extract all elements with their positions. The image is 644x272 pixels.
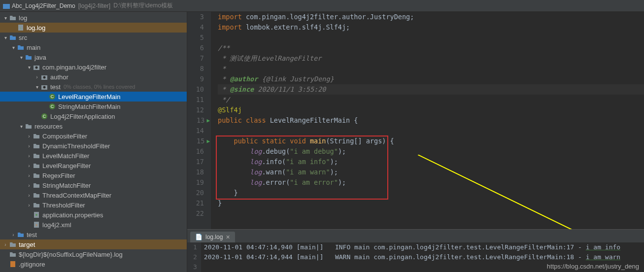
svg-text:C: C bbox=[51, 104, 54, 109]
code-line[interactable]: import lombok.extern.slf4j.Slf4j; bbox=[218, 22, 644, 33]
chevron-icon: › bbox=[26, 163, 33, 169]
code-line[interactable]: } bbox=[218, 188, 644, 198]
tree-main[interactable]: ▾main bbox=[0, 42, 187, 52]
folder-icon bbox=[33, 201, 40, 209]
tree-item-label: log.log bbox=[27, 24, 45, 32]
code-line[interactable]: log.error("i am error"); bbox=[218, 177, 644, 188]
tree-item-label: RegexFilter bbox=[42, 172, 75, 179]
tree-app-class[interactable]: CLog4j2FilterApplication bbox=[0, 111, 187, 121]
file-icon bbox=[9, 250, 17, 258]
run-gutter-icon[interactable]: ▶ bbox=[206, 115, 210, 126]
chevron-icon: › bbox=[26, 183, 33, 188]
tree-item-label: java bbox=[34, 54, 46, 61]
folder-icon bbox=[33, 181, 40, 189]
console-tab[interactable]: 📄 log.log × bbox=[190, 232, 235, 242]
code-line[interactable] bbox=[218, 126, 644, 136]
tree-item-label: target bbox=[19, 241, 35, 248]
folderB-icon bbox=[9, 34, 17, 41]
tree-java[interactable]: ▾java bbox=[0, 52, 187, 62]
code-line[interactable]: log.warn("i am warn"); bbox=[218, 167, 644, 177]
chevron-icon: ▾ bbox=[18, 55, 25, 60]
tree-interp-file[interactable]: ${logDir}${noSuffixLogFileName}.log bbox=[0, 249, 187, 259]
tree-resources[interactable]: ▾resources bbox=[0, 121, 187, 131]
code-line[interactable]: * @author {@link JustryDeng} bbox=[218, 74, 644, 84]
code-line[interactable]: * bbox=[218, 64, 644, 74]
breadcrumb-module: [log4j2-filter] bbox=[78, 2, 110, 9]
tree-item-label: CompositeFilter bbox=[42, 133, 87, 140]
tree-log-folder[interactable]: ▾log bbox=[0, 13, 187, 23]
code-line[interactable]: public static void main(String[] args) { bbox=[218, 136, 644, 146]
code-line[interactable]: public class LevelRangeFilterMain { bbox=[218, 115, 644, 126]
chevron-icon: ▾ bbox=[34, 84, 40, 90]
cls-icon: C bbox=[40, 112, 48, 120]
console-tabbar: 📄 log.log × bbox=[187, 230, 644, 242]
tree-folder-threadcontextmapfilter[interactable]: ›ThreadContextMapFilter bbox=[0, 190, 187, 200]
code-line[interactable]: * 测试使用LevelRangeFilter bbox=[218, 53, 644, 64]
tree-folder-stringmatchfilter[interactable]: ›StringMatchFilter bbox=[0, 180, 187, 190]
tree-src[interactable]: ▾src bbox=[0, 33, 187, 42]
tree-app-properties[interactable]: application.properties bbox=[0, 210, 187, 220]
tree-target[interactable]: ›target bbox=[0, 239, 187, 249]
run-gutter-icon[interactable]: ▶ bbox=[206, 136, 210, 146]
tree-folder-compositefilter[interactable]: ›CompositeFilter bbox=[0, 131, 187, 141]
chevron-icon: ▾ bbox=[26, 65, 33, 70]
project-tree[interactable]: ▾logLlog.log▾src▾main▾java▾com.pingan.lo… bbox=[0, 12, 187, 272]
tree-folder-levelmatchfilter[interactable]: ›LevelMatchFilter bbox=[0, 151, 187, 161]
chevron-icon: › bbox=[2, 242, 9, 247]
code-editor[interactable]: 345678910111213▶1415▶16171819202122 impo… bbox=[187, 12, 644, 229]
tree-package[interactable]: ▾com.pingan.log4j2filter bbox=[0, 62, 187, 72]
file-icon bbox=[9, 270, 17, 272]
code-line[interactable]: @Slf4j bbox=[218, 105, 644, 115]
svg-text:C: C bbox=[51, 94, 54, 99]
tree-string-match-main[interactable]: CStringMatchFilterMain bbox=[0, 102, 187, 111]
tree-item-label: HELP.md bbox=[19, 271, 45, 272]
folder-icon bbox=[33, 191, 40, 199]
tree-item-label: .gitignore bbox=[19, 261, 45, 268]
folder-icon bbox=[9, 240, 17, 248]
tree-gitignore[interactable]: .gitignore bbox=[0, 259, 187, 269]
svg-text:C: C bbox=[43, 114, 46, 119]
folderB-icon bbox=[17, 231, 25, 238]
tree-folder-dynamicthresholdfilter[interactable]: ›DynamicThresholdFilter bbox=[0, 141, 187, 151]
chevron-icon: › bbox=[10, 232, 17, 238]
chevron-icon: › bbox=[26, 173, 33, 178]
tree-log-file[interactable]: Llog.log bbox=[0, 23, 187, 33]
svg-point-4 bbox=[35, 67, 38, 69]
svg-text:X: X bbox=[35, 224, 37, 227]
folder-icon bbox=[33, 142, 40, 150]
code-line[interactable]: /** bbox=[218, 43, 644, 53]
breadcrumb-project: Abc_Log4j2Filter_Demo bbox=[12, 2, 75, 9]
tree-level-range-main[interactable]: CLevelRangeFilterMain bbox=[0, 92, 187, 102]
code-line[interactable]: */ bbox=[218, 95, 644, 105]
pkg-icon bbox=[33, 63, 40, 71]
tree-test-folder[interactable]: ›test bbox=[0, 230, 187, 239]
tree-log4j2-xml[interactable]: Xlog4j2.xml bbox=[0, 220, 187, 230]
tree-item-label: ThreadContextMapFilter bbox=[42, 192, 111, 199]
tree-item-label: Log4j2FilterApplication bbox=[50, 113, 115, 120]
cls-icon: C bbox=[48, 93, 56, 101]
tree-author[interactable]: ›author bbox=[0, 72, 187, 82]
tree-item-label: LevelMatchFilter bbox=[42, 152, 89, 160]
code-line[interactable]: log.debug("i am debug"); bbox=[218, 146, 644, 157]
code-line[interactable]: log.info("i am info"); bbox=[218, 157, 644, 167]
svg-point-16 bbox=[35, 214, 37, 216]
chevron-icon: › bbox=[26, 153, 33, 159]
props-icon bbox=[33, 211, 40, 219]
tree-item-label: src bbox=[19, 34, 27, 41]
tree-item-label: application.properties bbox=[42, 211, 103, 219]
tree-folder-levelrangefilter[interactable]: ›LevelRangeFilter bbox=[0, 161, 187, 170]
close-icon[interactable]: × bbox=[226, 233, 230, 241]
code-line[interactable]: } bbox=[218, 198, 644, 208]
code-line[interactable] bbox=[218, 33, 644, 43]
chevron-icon: ▾ bbox=[18, 124, 25, 129]
code-line[interactable]: import com.pingan.log4j2filter.author.Ju… bbox=[218, 12, 644, 22]
folder-icon bbox=[9, 14, 17, 22]
tree-help[interactable]: HELP.md bbox=[0, 269, 187, 272]
svg-point-6 bbox=[43, 76, 46, 79]
tree-test-pkg[interactable]: ▾test0% classes, 0% lines covered bbox=[0, 82, 187, 92]
chevron-icon: › bbox=[26, 134, 33, 139]
tree-folder-thresholdfilter[interactable]: ›ThresholdFilter bbox=[0, 200, 187, 210]
tree-folder-regexfilter[interactable]: ›RegexFilter bbox=[0, 170, 187, 180]
code-line[interactable] bbox=[218, 208, 644, 219]
code-line[interactable]: * @since 2020/11/1 3:55:20 bbox=[218, 84, 644, 95]
